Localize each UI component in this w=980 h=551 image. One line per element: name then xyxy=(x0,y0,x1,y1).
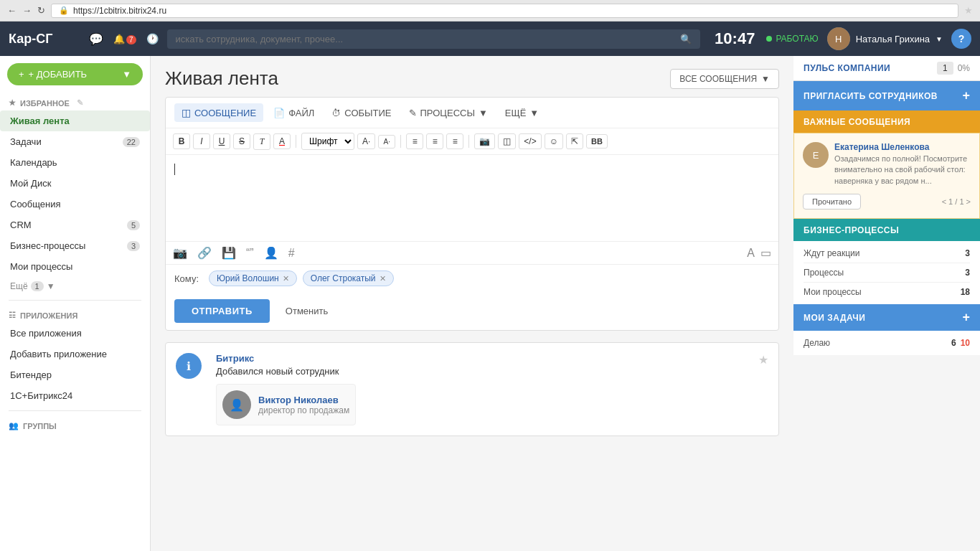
emoji-button[interactable]: ☺ xyxy=(545,133,563,149)
fullscreen-button[interactable]: ⇱ xyxy=(566,133,583,149)
forward-button[interactable]: → xyxy=(22,5,32,16)
cancel-button[interactable]: Отменить xyxy=(277,299,336,323)
mytasks-label-1: Делаю xyxy=(804,338,830,348)
tab-more[interactable]: ЕЩЁ ▼ xyxy=(498,104,546,122)
image-button[interactable]: 📷 xyxy=(474,133,495,149)
feed-text: Добавился новый сотрудник xyxy=(216,366,356,377)
mytasks-section-header: МОИ ЗАДАЧИ + xyxy=(793,304,980,331)
bold-button[interactable]: B xyxy=(173,133,190,149)
feed-source[interactable]: Битрикс xyxy=(216,353,356,364)
bizproc-row-2: Процессы 3 xyxy=(804,263,970,283)
tag-icon[interactable]: # xyxy=(288,247,295,260)
search-bar[interactable]: 🔍 xyxy=(167,29,701,49)
send-button[interactable]: ОТПРАВИТЬ xyxy=(174,299,270,323)
sidebar-item-disk[interactable]: Мой Диск xyxy=(0,173,150,194)
editor-toolbar: B I U S T A Шрифт A· A· ≡ ≡ ≡ 📷 ◫ </> xyxy=(166,128,778,155)
process-chevron-icon: ▼ xyxy=(479,108,488,118)
groups-icon: 👥 xyxy=(9,421,19,430)
editor-bottom-toolbar: 📷 🔗 💾 “” 👤 # A ▭ xyxy=(166,241,778,264)
ul-button[interactable]: ≡ xyxy=(426,133,443,149)
favorites-edit-icon[interactable]: ✎ xyxy=(77,98,83,108)
clock-icon: 🕐 xyxy=(146,33,159,44)
code-button[interactable]: </> xyxy=(519,133,541,149)
sidebar-item-tasks[interactable]: Задачи 22 xyxy=(0,131,150,152)
sidebar: + + ДОБАВИТЬ ▼ ★ ИЗБРАННОЕ ✎ Живая лента… xyxy=(0,56,151,551)
messages-filter[interactable]: ВСЕ СООБЩЕНИЯ ▼ xyxy=(670,69,779,89)
remove-recipient-2[interactable]: ✕ xyxy=(380,274,386,283)
sidebar-item-disk-label: Мой Диск xyxy=(10,178,51,189)
sidebar-item-add-app[interactable]: Добавить приложение xyxy=(0,344,150,364)
attach-file-icon[interactable]: 📷 xyxy=(173,246,187,260)
sidebar-item-myproc[interactable]: Мои процессы xyxy=(0,256,150,277)
employee-avatar-placeholder: 👤 xyxy=(230,398,244,412)
employee-avatar: 👤 xyxy=(222,390,251,419)
quote-icon[interactable]: “” xyxy=(246,247,254,260)
text-style-icon[interactable]: A xyxy=(747,247,755,260)
sidebar-item-messages[interactable]: Сообщения xyxy=(0,194,150,215)
sidebar-item-bitender[interactable]: Битендер xyxy=(0,364,150,385)
tab-process[interactable]: ✎ ПРОЦЕССЫ ▼ xyxy=(402,104,495,122)
search-input[interactable] xyxy=(176,34,675,44)
recipient-tag-1[interactable]: Юрий Волошин ✕ xyxy=(209,270,297,286)
sidebar-item-crm[interactable]: CRM 5 xyxy=(0,215,150,235)
mytasks-add-icon[interactable]: + xyxy=(962,310,970,325)
sidebar-item-feed[interactable]: Живая лента xyxy=(0,110,150,131)
attach-disk-icon[interactable]: 💾 xyxy=(222,246,236,260)
italic-button[interactable]: I xyxy=(193,133,210,149)
indent-button[interactable]: ≡ xyxy=(446,133,463,149)
more-items[interactable]: Ещё 1 ▼ xyxy=(0,277,150,296)
bell-icon[interactable]: 🔔7 xyxy=(113,34,136,44)
recipient-tag-2[interactable]: Олег Строкатый ✕ xyxy=(303,270,394,286)
underline-button[interactable]: U xyxy=(213,133,230,149)
editor-area[interactable] xyxy=(166,155,778,241)
important-nav[interactable]: < 1 / 1 > xyxy=(942,197,971,206)
font-select[interactable]: Шрифт xyxy=(301,133,354,150)
tab-message[interactable]: ◫ СООБЩЕНИЕ xyxy=(174,103,263,122)
address-bar[interactable]: 🔒 https://1cbitrix.bitrix24.ru xyxy=(51,4,958,18)
sidebar-item-calendar[interactable]: Календарь xyxy=(0,152,150,173)
table-button[interactable]: ◫ xyxy=(498,133,516,149)
sidebar-item-crm-label: CRM xyxy=(10,220,32,230)
sidebar-item-feed-label: Живая лента xyxy=(10,116,70,126)
employee-name[interactable]: Виктор Николаев xyxy=(258,395,349,405)
tab-event-label: СОБЫТИЕ xyxy=(344,108,391,118)
important-person-info: Екатерина Шеленкова Озадачимся по полной… xyxy=(834,142,971,187)
ol-button[interactable]: ≡ xyxy=(406,133,423,149)
sidebar-item-bizproc[interactable]: Бизнес-процессы 3 xyxy=(0,235,150,256)
mention-icon[interactable]: 👤 xyxy=(264,246,278,260)
expand-icon[interactable]: ▭ xyxy=(760,246,771,260)
strikethrough-button[interactable]: S xyxy=(233,133,250,149)
color-button[interactable]: A xyxy=(273,133,291,149)
remove-recipient-1[interactable]: ✕ xyxy=(283,274,289,283)
apps-header: ☷ ПРИЛОЖЕНИЯ xyxy=(0,305,150,323)
reload-button[interactable]: ↻ xyxy=(37,5,45,16)
tab-file-label: ФАЙЛ xyxy=(288,108,314,118)
user-menu[interactable]: Н Наталья Грихина ▼ xyxy=(827,27,943,50)
sidebar-item-all-apps[interactable]: Все приложения xyxy=(0,323,150,344)
main-content: Живая лента ВСЕ СООБЩЕНИЯ ▼ ◫ СООБЩЕНИЕ … xyxy=(151,56,793,551)
important-person-name[interactable]: Екатерина Шеленкова xyxy=(834,142,971,152)
tab-file[interactable]: 📄 ФАЙЛ xyxy=(266,104,321,122)
font-size-button[interactable]: A· xyxy=(357,133,375,149)
bizproc-count-2: 3 xyxy=(965,268,970,278)
more-badge: 1 xyxy=(31,281,44,291)
add-button[interactable]: + + ДОБАВИТЬ ▼ xyxy=(7,63,143,85)
chat-icon[interactable]: 💬 xyxy=(89,32,103,46)
invite-section[interactable]: ПРИГЛАСИТЬ СОТРУДНИКОВ + xyxy=(793,81,980,110)
bbcode-button[interactable]: BB xyxy=(586,134,608,149)
read-button[interactable]: Прочитано xyxy=(803,194,861,209)
tab-event[interactable]: ⏱ СОБЫТИЕ xyxy=(324,104,398,122)
work-status[interactable]: РАБОТАЮ xyxy=(766,34,818,44)
help-button[interactable]: ? xyxy=(951,29,971,49)
notification-badge: 7 xyxy=(126,35,136,44)
feed-star-icon[interactable]: ★ xyxy=(758,353,768,367)
typewriter-button[interactable]: T xyxy=(253,133,270,150)
pulse-pct: 0% xyxy=(958,63,970,73)
sidebar-item-bitrix24-label: 1С+Битрикс24 xyxy=(10,390,72,401)
font-size2-button[interactable]: A· xyxy=(378,135,395,149)
attach-link-icon[interactable]: 🔗 xyxy=(197,246,212,260)
sidebar-item-bitrix24[interactable]: 1С+Битрикс24 xyxy=(0,385,150,406)
sidebar-divider-1 xyxy=(9,300,141,301)
pulse-num: 1 xyxy=(937,62,953,75)
back-button[interactable]: ← xyxy=(7,5,17,16)
